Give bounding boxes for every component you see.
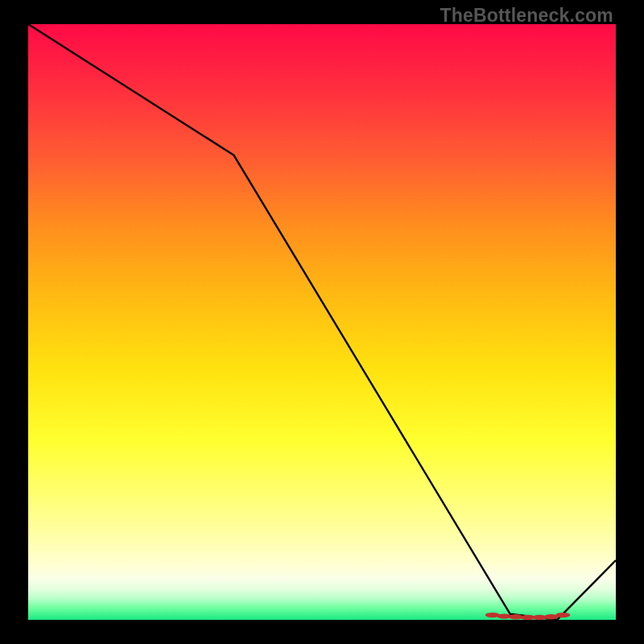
line-series [28,24,616,620]
bottleneck-curve [28,24,616,620]
chart-frame: TheBottleneck.com [0,0,644,644]
chart-overlay [0,0,644,644]
marker-dot [555,613,570,617]
